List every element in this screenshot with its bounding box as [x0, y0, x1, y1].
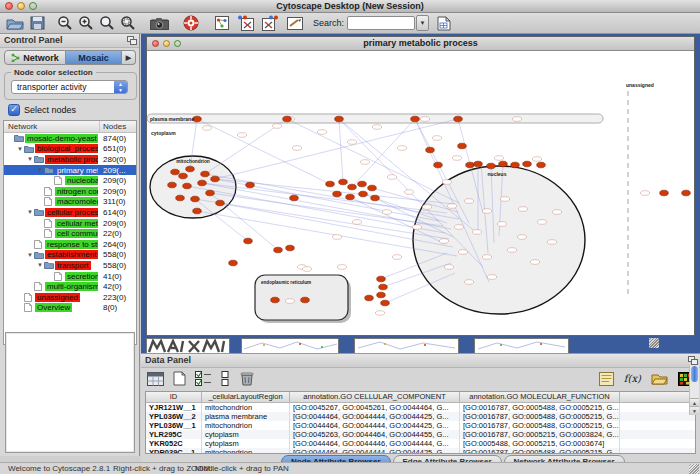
- scrollbar-thumb[interactable]: [691, 366, 698, 382]
- gene-label-node[interactable]: [452, 156, 461, 161]
- snapshot-icon[interactable]: [150, 14, 169, 32]
- import-attributes-icon[interactable]: [651, 370, 668, 388]
- float-panel-icon[interactable]: [127, 36, 136, 45]
- network-node[interactable]: [379, 284, 388, 290]
- gene-label-node[interactable]: [464, 199, 473, 204]
- frame-close-button[interactable]: [152, 40, 159, 47]
- column-header[interactable]: ID: [146, 392, 202, 402]
- gene-label-node[interactable]: [500, 197, 509, 202]
- network-node[interactable]: [368, 185, 377, 191]
- network-node[interactable]: [348, 184, 357, 190]
- minimize-button[interactable]: [17, 2, 25, 10]
- network-node[interactable]: [216, 200, 225, 206]
- expander-icon[interactable]: ▼: [26, 209, 34, 215]
- expander-icon[interactable]: ▼: [36, 262, 44, 268]
- float-panel-icon[interactable]: [688, 356, 697, 365]
- column-header[interactable]: annotation.GO MOLECULAR_FUNCTION: [460, 392, 620, 402]
- gene-label-node[interactable]: [444, 265, 453, 270]
- network-node[interactable]: [381, 300, 390, 306]
- gene-label-node[interactable]: [397, 146, 406, 151]
- network-node[interactable]: [198, 180, 207, 186]
- gene-label-node[interactable]: [420, 117, 429, 122]
- gene-label-node[interactable]: [487, 275, 496, 280]
- gene-label-node[interactable]: [454, 225, 463, 230]
- gene-label-node[interactable]: [482, 255, 491, 260]
- unselect-attributes-icon[interactable]: [221, 370, 230, 388]
- expander-icon[interactable]: ▼: [26, 252, 34, 258]
- network-window-titlebar[interactable]: primary metabolic process: [147, 37, 694, 51]
- search-input[interactable]: [347, 16, 415, 30]
- annotation-transfer-right-icon[interactable]: [262, 14, 279, 32]
- network-node[interactable]: [193, 208, 202, 214]
- gene-label-node[interactable]: [432, 136, 441, 141]
- network-node[interactable]: [186, 166, 195, 172]
- select-attributes-icon[interactable]: [195, 370, 212, 388]
- window-resize-grip[interactable]: [689, 464, 699, 474]
- new-attribute-icon[interactable]: [173, 370, 186, 388]
- gene-label-node[interactable]: [464, 280, 473, 285]
- network-node[interactable]: [326, 181, 335, 187]
- zoom-fit-icon[interactable]: [120, 14, 136, 32]
- network-node[interactable]: [358, 181, 367, 187]
- gene-label-node[interactable]: [337, 265, 346, 270]
- gene-label-node[interactable]: [404, 190, 413, 195]
- gene-label-node[interactable]: [382, 210, 391, 215]
- table-row[interactable]: YPL036W__1mitochondrion[GO:0044464, GO:0…: [146, 421, 695, 430]
- gene-label-node[interactable]: [442, 180, 451, 185]
- network-node[interactable]: [371, 195, 380, 201]
- tree-row-macromolecule[interactable]: macromolecule311(0): [4, 197, 136, 208]
- expander-icon[interactable]: ▼: [36, 167, 44, 173]
- network-file-icon[interactable]: [437, 14, 451, 32]
- network-node[interactable]: [286, 245, 295, 251]
- network-node[interactable]: [377, 276, 386, 282]
- open-icon[interactable]: [6, 14, 24, 32]
- gene-label-node[interactable]: [472, 230, 481, 235]
- table-row[interactable]: YLR295Ccytoplasm[GO:0045263, GO:0044464,…: [146, 430, 695, 439]
- network-node[interactable]: [290, 195, 299, 201]
- gene-label-node[interactable]: [482, 209, 491, 214]
- network-node[interactable]: [365, 295, 374, 301]
- expander-icon[interactable]: ▼: [26, 156, 34, 162]
- background-window-sliver[interactable]: [146, 338, 230, 353]
- gene-label-node[interactable]: [507, 248, 516, 253]
- table-row[interactable]: YKR052Ccytoplasm[GO:0044464, GO:0044446,…: [146, 439, 695, 448]
- select-nodes-checkbox[interactable]: ✓: [8, 104, 20, 116]
- gene-label-node[interactable]: [518, 207, 527, 212]
- gene-label-node[interactable]: [422, 205, 431, 210]
- gene-label-node[interactable]: [292, 146, 301, 151]
- network-node[interactable]: [193, 116, 202, 122]
- network-node[interactable]: [339, 179, 348, 185]
- network-node[interactable]: [283, 116, 292, 122]
- scroll-down-icon[interactable]: ▼: [690, 406, 699, 415]
- gene-label-node[interactable]: [392, 255, 401, 260]
- gene-label-node[interactable]: [332, 235, 341, 240]
- network-node[interactable]: [411, 116, 420, 122]
- tree-row-unassigned[interactable]: unassigned223(0): [4, 292, 136, 303]
- tab-network[interactable]: Network: [4, 50, 66, 65]
- gene-label-node[interactable]: [517, 235, 526, 240]
- network-node[interactable]: [201, 171, 210, 177]
- tree-row-cellular-metabol[interactable]: cellular metabol209(0): [4, 218, 136, 229]
- attribute-editor-icon[interactable]: [599, 370, 614, 388]
- network-node[interactable]: [176, 195, 185, 201]
- network-node[interactable]: [206, 190, 215, 196]
- vizmapper-icon[interactable]: [287, 14, 303, 32]
- annotation-transfer-left-icon[interactable]: [237, 14, 254, 32]
- zoom-out-icon[interactable]: [57, 14, 73, 32]
- network-node[interactable]: [229, 260, 238, 266]
- gene-label-node[interactable]: [439, 239, 448, 244]
- gene-label-node[interactable]: [458, 250, 467, 255]
- gene-label-node[interactable]: [375, 311, 384, 316]
- tab-overflow-button[interactable]: ▶: [122, 50, 136, 65]
- gene-label-node[interactable]: [530, 260, 539, 265]
- close-button[interactable]: [5, 2, 13, 10]
- network-node[interactable]: [377, 292, 386, 298]
- gene-label-node[interactable]: [272, 124, 281, 129]
- function-builder-icon[interactable]: f(x): [624, 370, 641, 388]
- column-header[interactable]: [620, 392, 695, 402]
- tree-row-primary-metabo[interactable]: ▼primary metabo209(...: [4, 165, 136, 176]
- table-row[interactable]: YPL036W__2plasma membrane[GO:0044464, GO…: [146, 412, 695, 421]
- gene-label-node[interactable]: [285, 299, 294, 304]
- table-row[interactable]: YJR121W__1mitochondrion[GO:0045267, GO:0…: [146, 403, 695, 412]
- node-color-dropdown[interactable]: transporter activity ▲▼: [11, 80, 128, 94]
